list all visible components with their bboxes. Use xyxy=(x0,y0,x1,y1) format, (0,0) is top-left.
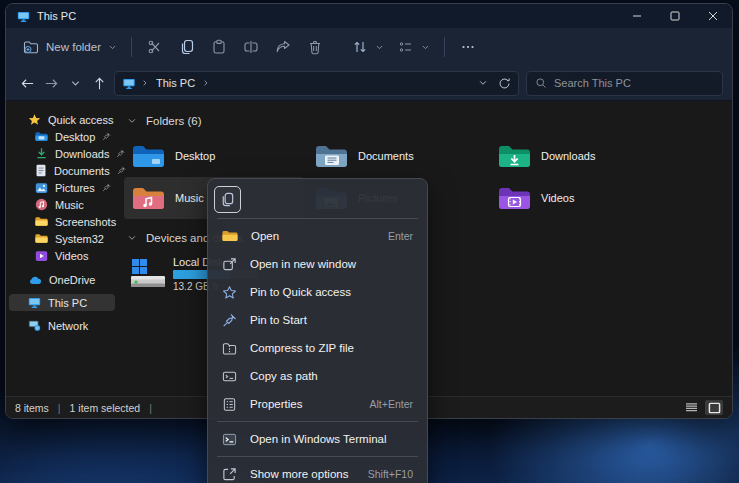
forward-button[interactable] xyxy=(39,71,63,95)
up-button[interactable] xyxy=(87,71,111,95)
menu-item-label: Copy as path xyxy=(250,370,318,382)
minimize-icon xyxy=(632,11,642,21)
maximize-button[interactable] xyxy=(656,4,694,28)
folder-tile-documents[interactable]: Documents xyxy=(307,135,487,177)
paste-button[interactable] xyxy=(203,33,235,61)
menu-item-properties[interactable]: Properties Alt+Enter xyxy=(212,390,423,418)
sidebar-item-network[interactable]: Network xyxy=(9,317,115,334)
this-pc-icon xyxy=(122,77,136,90)
sidebar-item-label: OneDrive xyxy=(49,274,95,286)
titlebar: This PC xyxy=(6,4,732,28)
desktop-folder-icon xyxy=(35,131,48,142)
menu-item-open-in-windows-terminal[interactable]: Open in Windows Terminal xyxy=(212,425,423,453)
copy-as-path-icon xyxy=(222,369,237,384)
sidebar-item-pictures[interactable]: Pictures xyxy=(9,179,115,196)
status-view-toggles xyxy=(682,400,723,415)
this-pc-icon xyxy=(28,296,41,309)
recent-locations-button[interactable] xyxy=(63,71,87,95)
address-dropdown-icon[interactable] xyxy=(478,78,488,88)
terminal-icon xyxy=(222,432,237,447)
menu-item-open[interactable]: Open Enter xyxy=(212,222,423,250)
sidebar-item-desktop[interactable]: Desktop xyxy=(9,128,115,145)
collapse-chevron-icon xyxy=(127,116,137,126)
status-separator: | xyxy=(58,402,61,414)
sidebar-item-label: Music xyxy=(55,199,84,211)
rename-button[interactable] xyxy=(235,33,267,61)
folder-icon xyxy=(35,233,48,244)
sort-button[interactable] xyxy=(345,33,391,61)
menu-item-show-more-options[interactable]: Show more options Shift+F10 xyxy=(212,460,423,483)
sidebar-item-quick-access[interactable]: Quick access xyxy=(9,111,115,128)
network-icon xyxy=(28,319,41,332)
sort-icon xyxy=(352,39,368,55)
sidebar-item-screenshots[interactable]: Screenshots xyxy=(9,213,115,230)
folder-tile-downloads[interactable]: Downloads xyxy=(490,135,670,177)
items-count: 8 items xyxy=(15,402,49,414)
folder-tile-videos[interactable]: Videos xyxy=(490,177,670,219)
selection-count: 1 item selected xyxy=(70,402,141,414)
star-icon xyxy=(28,113,41,126)
folders-section-header[interactable]: Folders (6) xyxy=(127,113,732,128)
cut-button[interactable] xyxy=(139,33,171,61)
view-button[interactable] xyxy=(391,33,437,61)
menu-divider xyxy=(217,421,418,422)
menu-item-open-in-new-window[interactable]: Open in new window xyxy=(212,250,423,278)
copy-button[interactable] xyxy=(171,33,203,61)
rename-icon xyxy=(243,39,259,55)
status-separator: | xyxy=(149,402,152,414)
menu-item-label: Pin to Start xyxy=(250,314,307,326)
search-icon xyxy=(535,77,547,89)
refresh-icon[interactable] xyxy=(498,77,511,90)
sidebar-item-downloads[interactable]: Downloads xyxy=(9,145,115,162)
search-box[interactable] xyxy=(526,71,723,96)
star-outline-icon xyxy=(222,285,237,300)
folder-tile-desktop[interactable]: Desktop xyxy=(124,135,304,177)
breadcrumb-this-pc[interactable]: This PC xyxy=(154,77,197,89)
open-new-window-icon xyxy=(222,257,237,272)
sidebar-item-onedrive[interactable]: OneDrive xyxy=(9,271,115,288)
paste-icon xyxy=(211,39,227,55)
up-icon xyxy=(92,76,107,91)
forward-icon xyxy=(44,76,59,91)
ellipsis-icon xyxy=(460,39,476,55)
open-folder-icon xyxy=(222,229,238,243)
copy-quick-action-button[interactable] xyxy=(214,186,241,213)
share-button[interactable] xyxy=(267,33,299,61)
window-title: This PC xyxy=(37,10,76,22)
large-icons-view-button[interactable] xyxy=(705,400,723,415)
minimize-button[interactable] xyxy=(618,4,656,28)
sidebar-item-documents[interactable]: Documents xyxy=(9,162,115,179)
sidebar-item-this-pc[interactable]: This PC xyxy=(9,294,115,311)
menu-item-compress-to-zip[interactable]: Compress to ZIP file xyxy=(212,334,423,362)
menu-item-copy-as-path[interactable]: Copy as path xyxy=(212,362,423,390)
breadcrumb-chevron-icon xyxy=(141,79,149,87)
onedrive-cloud-icon xyxy=(28,275,42,285)
sidebar-item-videos[interactable]: Videos xyxy=(9,247,115,264)
search-input[interactable] xyxy=(554,77,714,89)
document-icon xyxy=(35,164,47,177)
close-button[interactable] xyxy=(694,4,732,28)
more-options-button[interactable] xyxy=(452,33,484,61)
address-bar[interactable]: This PC xyxy=(114,71,519,96)
cut-icon xyxy=(147,39,163,55)
delete-button[interactable] xyxy=(299,33,331,61)
large-icons-view-icon xyxy=(708,402,721,414)
downloads-folder-icon xyxy=(498,143,531,170)
sidebar-item-music[interactable]: Music xyxy=(9,196,115,213)
new-folder-button[interactable]: New folder xyxy=(16,33,124,61)
videos-icon xyxy=(35,250,48,262)
menu-item-pin-to-quick-access[interactable]: Pin to Quick access xyxy=(212,278,423,306)
zip-folder-icon xyxy=(222,341,237,356)
sidebar-item-label: Pictures xyxy=(55,182,95,194)
menu-item-pin-to-start[interactable]: Pin to Start xyxy=(212,306,423,334)
folder-tile-label: Videos xyxy=(541,192,574,204)
sidebar-item-system32[interactable]: System32 xyxy=(9,230,115,247)
local-disk-icon xyxy=(129,257,167,291)
menu-shortcut: Alt+Enter xyxy=(370,398,413,410)
sidebar-item-label: Quick access xyxy=(48,114,113,126)
details-view-button[interactable] xyxy=(682,400,700,415)
back-button[interactable] xyxy=(15,71,39,95)
view-options-icon xyxy=(398,39,414,55)
context-menu: Open Enter Open in new window Pin to Qui… xyxy=(207,178,428,483)
documents-folder-icon xyxy=(315,143,348,170)
